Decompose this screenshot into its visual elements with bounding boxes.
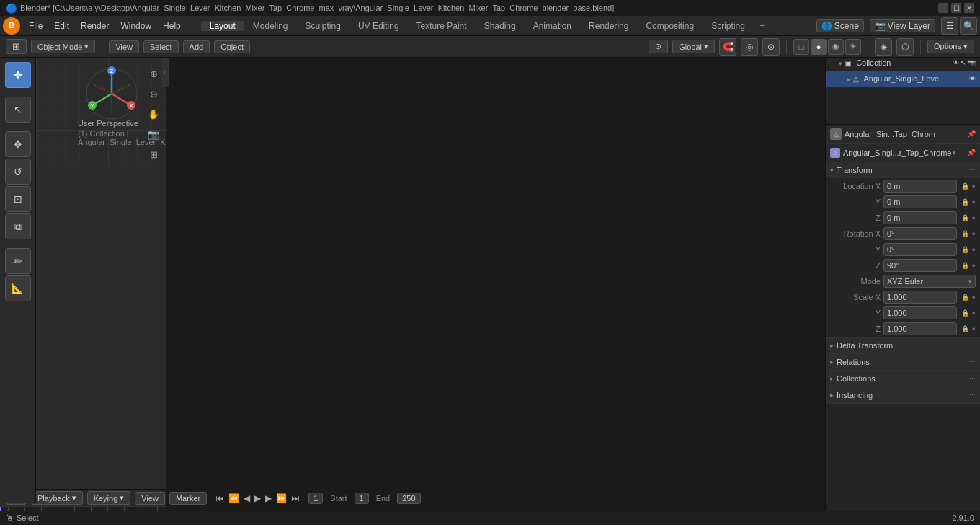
scale-lock-x[interactable]: 🔒 [961,294,969,301]
rot-lock-z[interactable]: 🔒 [961,262,969,269]
collections-header[interactable]: ▸ Collections ⋯ [826,371,980,387]
toggle-button[interactable]: ☰ [941,17,958,35]
material-shading[interactable]: ◉ [828,39,844,55]
scene-selector[interactable]: 🌐 Scene [816,19,864,32]
menu-file[interactable]: File [23,19,48,32]
scale-y-value[interactable]: 1.000 [883,306,957,319]
transform-section-header[interactable]: ▾ Transform ⋯ [826,162,980,178]
transform-tool-button[interactable]: ⧉ [5,213,31,239]
keying-menu[interactable]: Keying ▾ [87,491,131,505]
menu-help[interactable]: Help [157,19,187,32]
maximize-button[interactable]: ☐ [951,3,961,13]
blender-logo-btn[interactable]: B [3,17,20,35]
measure-tool-button[interactable]: 📐 [5,275,31,301]
grid-button[interactable]: ⊞ [145,146,162,163]
rot-lock-y[interactable]: 🔒 [961,246,969,253]
scale-lock-z[interactable]: 🔒 [961,325,969,332]
gizmo-toggle[interactable]: ◈ [875,38,892,56]
next-keyframe-button[interactable]: ⏩ [276,492,287,505]
snap-settings[interactable]: ◎ [741,38,758,56]
rotation-z-value[interactable]: 90° [883,259,957,272]
scale-driver-z[interactable]: ● [972,325,976,332]
tab-texture-paint[interactable]: Texture Paint [408,21,476,31]
scale-lock-y[interactable]: 🔒 [961,309,969,317]
location-y-value[interactable]: 0 m [883,195,957,208]
mode-selector[interactable]: Object Mode ▾ [31,40,95,53]
add-workspace-button[interactable]: + [754,21,771,31]
tab-animation[interactable]: Animation [525,21,580,31]
solid-shading[interactable]: ● [811,39,827,55]
rotation-y-value[interactable]: 0° [883,243,957,256]
delta-transform-header[interactable]: ▸ Delta Transform ⋯ [826,338,980,353]
scale-z-value[interactable]: 1.000 [883,322,957,335]
inst-options[interactable]: ⋯ [969,392,976,399]
data-name-selector[interactable]: Angular_Singl...r_Tap_Chrome ▾ [843,149,964,157]
lock-icon[interactable]: 🔒 [961,182,969,190]
instancing-header[interactable]: ▸ Instancing ⋯ [826,387,980,403]
lock-icon-z[interactable]: 🔒 [961,214,969,221]
visible-icon3[interactable]: 👁 [969,75,976,82]
playback-menu[interactable]: Playback ▾ [31,491,83,505]
cursor-tool-button[interactable]: ↖ [5,97,31,123]
rel-options[interactable]: ⋯ [969,358,976,366]
rot-driver-y[interactable]: ● [972,246,976,253]
pin-icon[interactable]: 📌 [967,130,976,138]
col-options[interactable]: ⋯ [969,375,976,382]
end-frame-input[interactable]: 250 [397,493,420,504]
driver-icon[interactable]: ● [972,182,976,190]
visible-icon2[interactable]: 👁 [953,59,959,66]
location-x-value[interactable]: 0 m [883,180,957,193]
driver-icon-y[interactable]: ● [972,198,976,206]
annotate-tool-button[interactable]: ✏ [5,248,31,274]
minimize-button[interactable]: — [938,3,948,13]
rot-driver-z[interactable]: ● [972,262,976,269]
prev-frame-button[interactable]: ◀ [244,492,250,505]
snap-toggle[interactable]: 🧲 [719,38,736,56]
transform-pivot[interactable]: ⊙ [649,40,668,53]
panel-collapse-handle[interactable]: ‹ [161,58,169,87]
transform-space[interactable]: Global ▾ [672,40,715,53]
rotate-tool-button[interactable]: ↺ [5,159,31,185]
view-layer-selector[interactable]: 📷 View Layer [870,19,935,32]
jump-to-start-button[interactable]: ⏮ [215,492,224,505]
tab-rendering[interactable]: Rendering [580,21,637,31]
tab-compositing[interactable]: Compositing [637,21,703,31]
scale-tool-button[interactable]: ⊡ [5,186,31,212]
editor-type-button[interactable]: ⊞ [6,39,27,54]
move-tool-button[interactable]: ✥ [5,131,31,157]
jump-to-end-button[interactable]: ⏭ [291,492,300,505]
driver-icon-z[interactable]: ● [972,214,976,221]
scale-x-value[interactable]: 1.000 [883,291,957,304]
zoom-in-button[interactable]: ⊕ [145,65,162,82]
wireframe-shading[interactable]: □ [793,39,809,55]
options-button[interactable]: Options ▾ [927,40,974,53]
tab-layout[interactable]: Layout [201,21,244,31]
zoom-out-button[interactable]: ⊖ [145,85,162,102]
select-tool-button[interactable]: ✥ [5,62,31,88]
scale-driver-x[interactable]: ● [972,294,976,301]
menu-render[interactable]: Render [75,19,115,32]
tab-modeling[interactable]: Modeling [244,21,297,31]
close-button[interactable]: ✕ [964,3,974,13]
menu-edit[interactable]: Edit [48,19,75,32]
lock-icon-y[interactable]: 🔒 [961,198,969,206]
pan-button[interactable]: ✋ [145,105,162,123]
pin-data-icon[interactable]: 📌 [967,149,976,156]
viewport-add-menu[interactable]: Add [183,40,210,53]
rot-lock-x[interactable]: 🔒 [961,230,969,237]
scale-driver-y[interactable]: ● [972,309,976,317]
tab-sculpting[interactable]: Sculpting [297,21,349,31]
outliner-object[interactable]: ▸ △ Angular_Single_Leve 👁 [826,71,980,87]
play-button[interactable]: ▶ [254,492,261,505]
menu-window[interactable]: Window [115,19,157,32]
render-icon2[interactable]: 📷 [968,59,976,66]
marker-menu[interactable]: Marker [169,492,207,505]
dt-options[interactable]: ⋯ [969,342,976,349]
tab-scripting[interactable]: Scripting [703,21,754,31]
camera-button[interactable]: 📷 [145,125,162,143]
section-options[interactable]: ⋯ [969,167,976,174]
overlay-toggle[interactable]: ⬡ [896,38,914,56]
navigation-gizmo[interactable]: Z X Y [83,65,141,125]
viewport-view-menu[interactable]: View [109,40,139,53]
relations-header[interactable]: ▸ Relations ⋯ [826,354,980,370]
